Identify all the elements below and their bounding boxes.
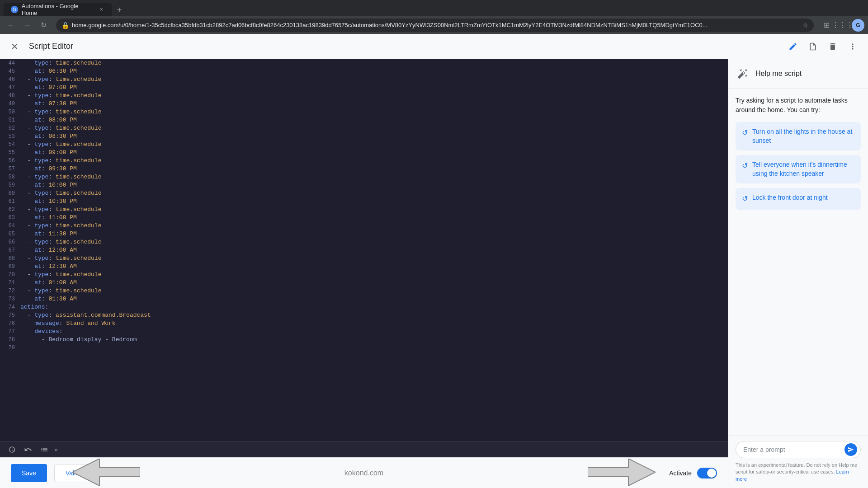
- arrow-left: [72, 459, 140, 488]
- activate-toggle[interactable]: [697, 468, 717, 479]
- main-content: 44 type: time.schedule45 at: 06:30 PM46 …: [0, 59, 868, 488]
- line-code: message: Stand and Work: [20, 319, 728, 328]
- save-button[interactable]: Save: [11, 464, 47, 482]
- line-code: - type: time.schedule: [20, 141, 728, 149]
- line-number: 68: [0, 254, 20, 263]
- list-button[interactable]: [38, 443, 51, 456]
- line-number: 74: [0, 303, 20, 311]
- line-code: type: time.schedule: [20, 59, 728, 67]
- code-line: 66 - type: time.schedule: [0, 238, 728, 246]
- line-code: at: 11:00 PM: [20, 214, 728, 222]
- code-line: 54 - type: time.schedule: [0, 141, 728, 149]
- line-code: - type: time.schedule: [20, 254, 728, 263]
- line-code: - type: time.schedule: [20, 92, 728, 100]
- code-line: 75 - type: assistant.command.Broadcast: [0, 311, 728, 319]
- back-button[interactable]: ←: [4, 18, 18, 33]
- send-button[interactable]: [844, 443, 857, 456]
- reload-button[interactable]: ↻: [36, 18, 51, 33]
- code-line: 47 at: 07:00 PM: [0, 84, 728, 92]
- code-line: 59 at: 10:00 PM: [0, 181, 728, 189]
- code-line: 50 - type: time.schedule: [0, 108, 728, 116]
- tab-close-button[interactable]: ×: [98, 6, 105, 13]
- magic-wand-icon: [737, 68, 748, 79]
- line-number: 48: [0, 92, 20, 100]
- line-code: - type: time.schedule: [20, 189, 728, 197]
- line-number: 58: [0, 173, 20, 181]
- line-number: 56: [0, 157, 20, 165]
- svg-marker-0: [72, 459, 140, 486]
- line-code: - type: time.schedule: [20, 271, 728, 279]
- right-arrow-shape: [588, 459, 656, 486]
- activate-area: Activate: [669, 468, 717, 479]
- line-code: at: 09:30 PM: [20, 165, 728, 173]
- google-apps-button[interactable]: ⋮⋮⋮: [835, 18, 850, 33]
- line-code: at: 07:00 PM: [20, 84, 728, 92]
- editor-toolbar: »: [0, 441, 728, 457]
- back-icon: ←: [7, 21, 14, 29]
- app-container: ✕ Script Editor 44 type: time.schedule45…: [0, 34, 868, 488]
- pencil-icon: [788, 42, 797, 51]
- forward-icon: →: [24, 21, 31, 29]
- nav-bar: ← → ↻ 🔒 home.google.com/u/0/home/1-35c5d…: [0, 16, 868, 34]
- panel-header: Help me script: [728, 59, 868, 89]
- close-button[interactable]: ✕: [7, 39, 22, 54]
- more-tools-button[interactable]: »: [54, 446, 58, 453]
- line-number: 64: [0, 222, 20, 230]
- code-line: 51 at: 08:00 PM: [0, 116, 728, 124]
- line-number: 47: [0, 84, 20, 92]
- line-code: at: 01:30 AM: [20, 295, 728, 303]
- more-options-button[interactable]: [844, 38, 861, 55]
- editor-area: 44 type: time.schedule45 at: 06:30 PM46 …: [0, 59, 728, 488]
- delete-icon-button[interactable]: [825, 38, 841, 55]
- profile-button[interactable]: G: [852, 19, 864, 32]
- code-line: 52 - type: time.schedule: [0, 124, 728, 132]
- tab-favicon: G: [11, 6, 18, 13]
- document-icon-button[interactable]: [805, 38, 821, 55]
- line-number: 78: [0, 336, 20, 344]
- line-code: - type: time.schedule: [20, 206, 728, 214]
- code-line: 56 - type: time.schedule: [0, 157, 728, 165]
- arrow-right: [588, 459, 656, 488]
- line-number: 62: [0, 206, 20, 214]
- line-number: 55: [0, 149, 20, 157]
- edit-icon-button[interactable]: [785, 38, 801, 55]
- line-code: at: 12:30 AM: [20, 263, 728, 271]
- undo-button[interactable]: [22, 443, 34, 456]
- forward-button[interactable]: →: [20, 18, 34, 33]
- suggestion-item-3[interactable]: ↺ Lock the front door at night: [736, 188, 861, 209]
- suggestion-item-2[interactable]: ↺ Tell everyone when it's dinnertime usi…: [736, 155, 861, 183]
- code-line: 62 - type: time.schedule: [0, 206, 728, 214]
- address-bar[interactable]: 🔒 home.google.com/u/0/home/1-35c5dcfbca3…: [56, 19, 814, 32]
- line-code: at: 10:00 PM: [20, 181, 728, 189]
- history-button[interactable]: [5, 443, 18, 456]
- line-number: 79: [0, 344, 20, 352]
- line-number: 65: [0, 230, 20, 238]
- tab-title: Automations - Google Home: [22, 3, 94, 16]
- line-code: at: 12:00 AM: [20, 246, 728, 254]
- code-line: 72 - type: time.schedule: [0, 287, 728, 295]
- line-number: 60: [0, 189, 20, 197]
- line-code: actions:: [20, 303, 728, 311]
- code-line: 44 type: time.schedule: [0, 59, 728, 67]
- code-line: 63 at: 11:00 PM: [0, 214, 728, 222]
- code-line: 70 - type: time.schedule: [0, 271, 728, 279]
- code-editor[interactable]: 44 type: time.schedule45 at: 06:30 PM46 …: [0, 59, 728, 441]
- line-code: - type: assistant.command.Broadcast: [20, 311, 728, 319]
- line-number: 69: [0, 263, 20, 271]
- prompt-input[interactable]: [736, 441, 861, 458]
- code-line: 64 - type: time.schedule: [0, 222, 728, 230]
- code-line: 46 - type: time.schedule: [0, 75, 728, 84]
- address-text: home.google.com/u/0/home/1-35c5dcfbca35b…: [72, 22, 800, 28]
- line-number: 71: [0, 279, 20, 287]
- disclaimer-text: This is an experimental feature. Do not …: [736, 462, 861, 483]
- prompt-input-wrapper: [736, 441, 861, 458]
- active-tab[interactable]: G Automations - Google Home ×: [4, 3, 112, 16]
- code-line: 74actions:: [0, 303, 728, 311]
- line-number: 49: [0, 100, 20, 108]
- line-number: 45: [0, 67, 20, 75]
- new-tab-button[interactable]: +: [113, 4, 126, 16]
- svg-marker-1: [588, 459, 656, 486]
- toggle-knob: [707, 469, 716, 478]
- suggestion-item-1[interactable]: ↺ Turn on all the lights in the house at…: [736, 122, 861, 150]
- code-line: 48 - type: time.schedule: [0, 92, 728, 100]
